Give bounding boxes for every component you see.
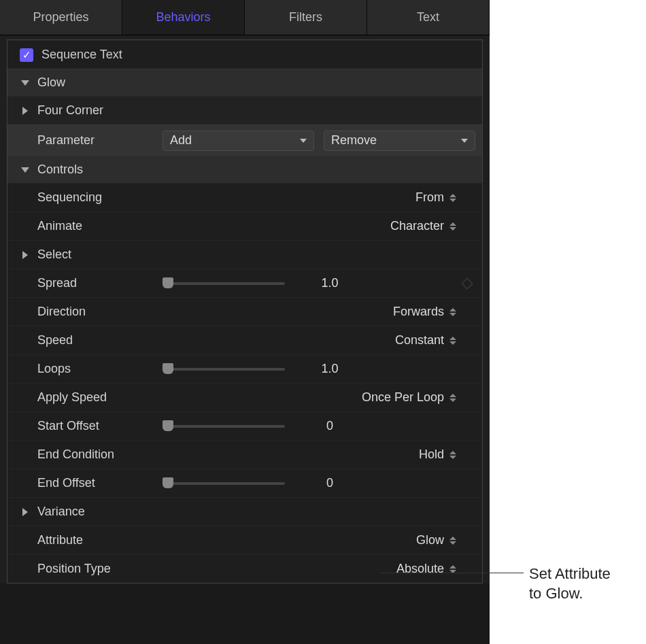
parameter-label: Parameter (20, 133, 163, 148)
speed-label: Speed (20, 333, 163, 348)
section-label: Glow (37, 75, 475, 90)
callout-text-line-2: to Glow. (529, 584, 611, 604)
slider-thumb[interactable] (163, 277, 173, 288)
disclosure-right-icon[interactable] (20, 507, 31, 518)
stepper-icon (449, 222, 456, 231)
loops-slider[interactable] (163, 368, 285, 371)
start-offset-slider[interactable] (163, 425, 285, 428)
sequencing-row: Sequencing From (7, 183, 482, 211)
callout-annotation: Set Attribute to Glow. (381, 564, 611, 603)
speed-popup[interactable]: Constant (163, 333, 475, 348)
tab-properties[interactable]: Properties (0, 0, 122, 35)
section-four-corner[interactable]: Four Corner (7, 96, 482, 124)
sequencing-label: Sequencing (20, 190, 163, 205)
tab-behaviors[interactable]: Behaviors (122, 0, 245, 35)
direction-value: Forwards (393, 305, 444, 319)
tab-text[interactable]: Text (367, 0, 490, 35)
stepper-icon (449, 337, 456, 345)
slider-thumb[interactable] (163, 363, 173, 374)
attribute-value: Glow (416, 533, 444, 547)
apply-speed-popup[interactable]: Once Per Loop (163, 390, 475, 405)
end-condition-row: End Condition Hold (7, 440, 482, 469)
slider-thumb[interactable] (163, 477, 173, 488)
stepper-icon (449, 537, 456, 545)
animate-popup[interactable]: Character (163, 219, 475, 233)
end-offset-value[interactable]: 0 (326, 476, 333, 490)
animate-row: Animate Character (7, 211, 482, 240)
callout-text-line-1: Set Attribute (529, 564, 611, 584)
loops-row: Loops 1.0 (7, 354, 482, 383)
apply-speed-label: Apply Speed (20, 390, 163, 405)
chevron-down-icon (461, 139, 468, 143)
sequence-text-checkbox[interactable]: ✓ (20, 48, 33, 62)
spread-value[interactable]: 1.0 (321, 276, 338, 290)
callout-line (381, 573, 524, 573)
section-select[interactable]: Select (7, 240, 482, 269)
start-offset-row: Start Offset 0 (7, 411, 482, 440)
direction-label: Direction (20, 305, 163, 319)
disclosure-down-icon[interactable] (20, 165, 31, 175)
stepper-icon (449, 308, 456, 316)
spread-row: Spread 1.0 (7, 269, 482, 297)
dropdown-value: Add (170, 133, 192, 148)
checkmark-icon: ✓ (22, 50, 31, 60)
end-offset-slider[interactable] (163, 482, 285, 485)
tab-bar: Properties Behaviors Filters Text (0, 0, 490, 35)
chevron-down-icon (300, 139, 307, 143)
keyframe-diamond-icon[interactable] (462, 277, 473, 289)
attribute-row: Attribute Glow (7, 526, 482, 554)
section-controls[interactable]: Controls (7, 156, 482, 183)
position-type-label: Position Type (20, 562, 163, 576)
section-label: Four Corner (37, 103, 180, 118)
spread-slider[interactable] (163, 282, 285, 285)
section-label: Variance (37, 505, 180, 519)
tab-filters[interactable]: Filters (245, 0, 367, 35)
direction-row: Direction Forwards (7, 297, 482, 326)
section-label: Select (37, 248, 180, 262)
end-condition-label: End Condition (20, 447, 163, 462)
section-variance[interactable]: Variance (7, 497, 482, 526)
sequencing-value: From (415, 190, 444, 205)
disclosure-down-icon[interactable] (20, 78, 31, 88)
start-offset-label: Start Offset (20, 419, 163, 433)
attribute-label: Attribute (20, 533, 163, 547)
parameter-remove-dropdown[interactable]: Remove (324, 131, 475, 151)
apply-speed-value: Once Per Loop (362, 390, 444, 405)
disclosure-right-icon[interactable] (20, 105, 31, 116)
loops-label: Loops (20, 362, 163, 376)
section-glow[interactable]: Glow (7, 69, 482, 96)
slider-thumb[interactable] (163, 420, 173, 431)
animate-value: Character (390, 219, 444, 233)
section-label: Controls (37, 163, 475, 177)
parameter-row: Parameter Add Remove (7, 124, 482, 156)
apply-speed-row: Apply Speed Once Per Loop (7, 383, 482, 411)
callout-text: Set Attribute to Glow. (524, 564, 611, 603)
inspector-body: ✓ Sequence Text Glow Four Corner Paramet… (7, 39, 483, 583)
end-offset-label: End Offset (20, 476, 163, 490)
speed-value: Constant (395, 333, 444, 348)
disclosure-right-icon[interactable] (20, 250, 31, 260)
sequencing-popup[interactable]: From (163, 190, 475, 205)
speed-row: Speed Constant (7, 326, 482, 354)
stepper-icon (449, 194, 456, 202)
dropdown-value: Remove (331, 133, 377, 148)
end-condition-popup[interactable]: Hold (163, 447, 475, 462)
start-offset-value[interactable]: 0 (326, 419, 333, 433)
stepper-icon (449, 451, 456, 459)
inspector-panel: Properties Behaviors Filters Text ✓ Sequ… (0, 0, 490, 583)
sequence-text-header: ✓ Sequence Text (7, 40, 482, 69)
stepper-icon (449, 394, 456, 402)
loops-value[interactable]: 1.0 (321, 362, 338, 376)
attribute-popup[interactable]: Glow (163, 533, 475, 547)
animate-label: Animate (20, 219, 163, 233)
sequence-text-label: Sequence Text (41, 48, 122, 62)
end-offset-row: End Offset 0 (7, 469, 482, 497)
spread-label: Spread (20, 276, 163, 290)
end-condition-value: Hold (419, 447, 444, 462)
parameter-add-dropdown[interactable]: Add (163, 131, 314, 151)
direction-popup[interactable]: Forwards (163, 305, 475, 319)
